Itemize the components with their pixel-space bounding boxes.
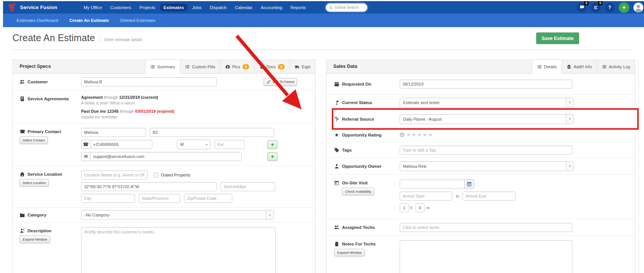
contact-last-name-input[interactable] — [150, 128, 274, 137]
current-status-select[interactable]: Estimate sent tester ▼ — [400, 98, 574, 107]
description-textarea[interactable] — [81, 227, 276, 273]
phone-number-input[interactable] — [90, 140, 152, 149]
nav-item-projects[interactable]: Projects — [136, 4, 159, 11]
date-picker-button[interactable] — [465, 179, 474, 189]
project-specs-title: Project Specs — [13, 60, 51, 73]
tags-row: Tags — [327, 142, 635, 158]
main-content: Project Specs Summary Custom Flds Pics 0 — [12, 60, 635, 273]
clear-rating-icon[interactable] — [400, 132, 405, 137]
rating-star-5[interactable]: ★ — [428, 132, 433, 137]
tab-pics-label: Pics — [232, 64, 240, 69]
assigned-techs-input[interactable] — [400, 223, 572, 232]
signpost-icon — [334, 117, 339, 122]
nav-item-reports[interactable]: Reports — [287, 4, 309, 11]
notes-for-techs-row: Notes For Techs Expand Window — [327, 236, 635, 273]
select-location-button[interactable]: Select Location — [20, 179, 49, 187]
subnav-create-an-estimate[interactable]: Create An Estimate — [65, 17, 113, 24]
user-avatar[interactable] — [633, 3, 643, 12]
search-icon — [329, 5, 333, 10]
add-phone-button[interactable]: + — [267, 140, 278, 149]
gated-property-checkbox[interactable] — [153, 173, 158, 178]
help-button[interactable]: ? — [605, 3, 615, 12]
nav-item-customers[interactable]: Customers — [106, 4, 135, 11]
nav-item-dispatch[interactable]: Dispatch — [206, 4, 230, 11]
service-agreements-label-text: Service Agreements — [28, 97, 69, 101]
tasks-button[interactable]: 0 — [591, 3, 601, 12]
check-availability-button[interactable]: Check Availability — [342, 188, 374, 195]
nav-item-accounting[interactable]: Accounting — [257, 4, 286, 11]
duration-hours-input[interactable] — [400, 203, 409, 212]
notes-for-techs-textarea[interactable] — [400, 240, 572, 273]
email-input[interactable] — [90, 152, 242, 161]
list-icon — [537, 64, 542, 69]
tab-docs-label: Docs — [266, 64, 276, 69]
rating-star-3[interactable]: ★ — [417, 132, 422, 137]
rating-star-1[interactable]: ★ — [406, 132, 411, 137]
contact-first-name-input[interactable] — [81, 128, 146, 137]
link-to-parent-button[interactable]: Link To Parent — [264, 78, 297, 86]
email-input-group: ✉ — [81, 152, 242, 161]
tab-eqpt[interactable]: Eqpt — [290, 60, 315, 73]
brand[interactable]: Service Fusion — [3, 3, 73, 12]
city-input[interactable] — [81, 194, 135, 203]
notes-expand-window-button[interactable]: Expand Window — [334, 249, 365, 256]
save-estimate-button[interactable]: Save Estimate — [536, 32, 579, 44]
add-new-button[interactable]: + — [619, 2, 629, 13]
ste-unit-apt-input[interactable] — [221, 182, 275, 191]
referral-source-value: Daily Planet - August — [400, 117, 566, 121]
nav-item-my-office[interactable]: My Office — [80, 4, 106, 11]
minutes-unit-label: m — [426, 206, 429, 210]
arrival-end-input[interactable] — [463, 192, 515, 201]
service-agreements-label: Service Agreements — [20, 95, 81, 101]
referral-source-select[interactable]: Daily Planet - August ▼ — [400, 114, 574, 124]
global-search[interactable] — [326, 3, 367, 12]
customer-name-input[interactable] — [81, 77, 217, 86]
phone-type-value: M — [177, 142, 203, 147]
phone-ext-input[interactable] — [215, 140, 245, 149]
home-icon — [20, 172, 25, 177]
primary-contact-label: ☎ Primary Contact Select Contact — [20, 128, 81, 144]
tags-input[interactable] — [400, 146, 572, 155]
zip-postal-input[interactable] — [184, 194, 232, 203]
subnav-estimates-dashboard[interactable]: Estimates Dashboard — [12, 17, 63, 24]
nav-item-jobs[interactable]: Jobs — [189, 4, 205, 11]
duration-minutes-input[interactable] — [416, 203, 425, 212]
tab-summary[interactable]: Summary — [145, 60, 180, 74]
location-name-input[interactable] — [81, 170, 147, 179]
global-search-input[interactable] — [335, 5, 364, 9]
nav-item-calendar[interactable]: Calendar — [231, 4, 256, 11]
email-envelope-icon: ✉ — [81, 152, 90, 161]
select-contact-button[interactable]: Select Contact — [20, 136, 48, 144]
requested-on-input[interactable] — [400, 80, 572, 89]
caret-down-icon: ▼ — [566, 115, 573, 124]
chat-button[interactable]: 0 — [577, 3, 587, 12]
notes-for-techs-label-text: Notes For Techs — [342, 242, 376, 246]
service-location-label-text: Service Location — [28, 172, 62, 176]
visit-date-input[interactable] — [400, 179, 465, 189]
nav-item-estimates[interactable]: Estimates — [160, 4, 188, 11]
tab-details[interactable]: Details — [532, 60, 562, 74]
tab-custom-flds[interactable]: Custom Flds — [180, 60, 220, 73]
add-email-button[interactable]: + — [267, 152, 278, 161]
caret-down-icon: ▼ — [566, 98, 573, 107]
address-input[interactable] — [81, 182, 217, 191]
pics-count-badge: 0 — [242, 64, 249, 69]
rating-star-4[interactable]: ★ — [423, 132, 428, 137]
description-label: Description Expand Window — [20, 227, 81, 243]
caret-down-icon: ▼ — [203, 140, 210, 149]
star-icon: ★ — [334, 132, 339, 138]
tab-docs[interactable]: Docs 0 — [254, 60, 290, 73]
tab-activity-log[interactable]: Activity Log — [597, 60, 635, 73]
state-province-input[interactable] — [139, 194, 180, 203]
arrival-start-input[interactable] — [400, 192, 452, 201]
phone-type-select[interactable]: M ▼ — [177, 140, 211, 149]
menu-lines-icon — [593, 5, 598, 10]
rating-star-2[interactable]: ★ — [412, 132, 417, 137]
category-select[interactable]: -No Category- ▼ — [81, 210, 274, 220]
subnav-deleted-estimates[interactable]: Deleted Estimates — [116, 17, 160, 24]
docs-count-badge: 0 — [278, 64, 285, 69]
tab-pics[interactable]: Pics 0 — [220, 60, 254, 73]
description-expand-window-button[interactable]: Expand Window — [20, 236, 50, 243]
tab-addtl-info[interactable]: Addt'l Info — [561, 60, 597, 73]
opportunity-owner-select[interactable]: Melissa Rink ▼ — [400, 161, 574, 171]
